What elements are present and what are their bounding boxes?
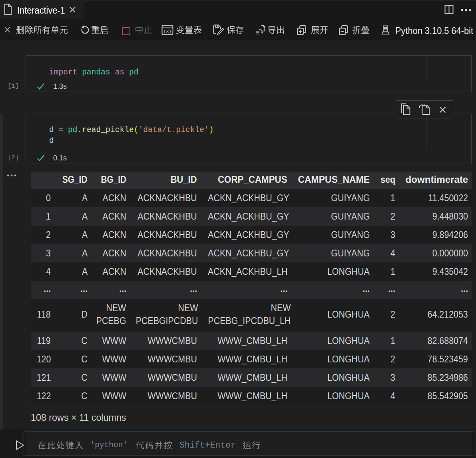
svg-text:(x): (x) — [163, 29, 171, 34]
